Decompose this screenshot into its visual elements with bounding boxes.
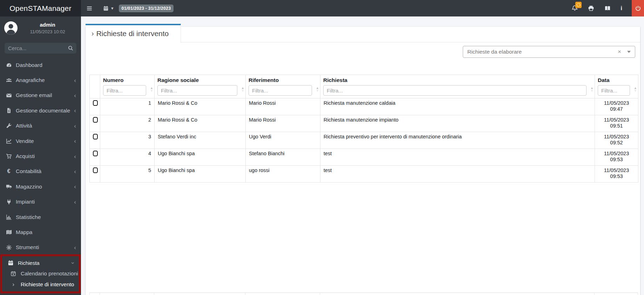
cell-data: 11/05/202309:52 <box>595 132 638 149</box>
cell-ragione-sociale: Ugo Bianchi spa <box>155 166 246 183</box>
user-datetime: 11/05/2023 10:02 <box>18 29 77 34</box>
table-row[interactable]: 5Ugo Bianchi spaugo rossitest11/05/20230… <box>90 166 638 183</box>
print-button[interactable] <box>588 5 595 12</box>
chevron-right-icon: › <box>91 29 94 37</box>
sort-arrows-icon[interactable]: ▲▼ <box>634 87 637 92</box>
user-panel: admin 11/05/2023 10:02 <box>0 16 81 35</box>
tabs-empty-area <box>181 27 640 42</box>
sidebar-item-richieste-di-intervento[interactable]: › Richieste di intervento <box>2 279 79 290</box>
cell-checkbox <box>90 149 100 166</box>
calendar-icon <box>102 5 109 12</box>
sidebar-item-label: Impianti <box>16 199 35 205</box>
sidebar-item-gestione-email[interactable]: Gestione email‹ <box>0 88 81 103</box>
chevron-down-icon: › <box>70 262 76 264</box>
filter-input-numero[interactable] <box>103 85 146 96</box>
sidebar: admin 11/05/2023 10:02 DashboardAnagrafi… <box>0 16 81 295</box>
date-range-picker[interactable]: ▾ <box>102 5 114 12</box>
sidebar-item-vendite[interactable]: Vendite‹ <box>0 133 81 149</box>
sort-arrows-icon[interactable]: ▲▼ <box>150 87 153 92</box>
logout-button[interactable] <box>632 0 644 16</box>
row-select-checkbox[interactable] <box>93 100 98 106</box>
user-info: admin 11/05/2023 10:02 <box>18 22 77 34</box>
row-select-checkbox[interactable] <box>93 167 98 173</box>
table-row[interactable]: 3Stefano Verdi incUgo VerdiRichiesta pre… <box>90 132 638 149</box>
table-row[interactable]: 1Mario Rossi & CoMario RossiRichiesta ma… <box>90 98 638 115</box>
status-filter-value: Richieste da elaborare <box>467 49 522 55</box>
filter-input-richiesta[interactable] <box>323 85 587 96</box>
column-header-ragione-sociale[interactable]: Ragione sociale ▲▼ <box>155 75 246 98</box>
requests-table-body: 1Mario Rossi & CoMario RossiRichiesta ma… <box>90 98 638 183</box>
sidebar-item-label: Anagrafiche <box>16 77 45 83</box>
sidebar-item-magazzino[interactable]: Magazzino‹ <box>0 179 81 194</box>
hamburger-icon[interactable] <box>86 5 93 12</box>
sidebar-search <box>5 43 76 54</box>
sidebar-item-label: Acquisti <box>16 153 35 159</box>
notifications-button[interactable] <box>571 5 578 12</box>
cell-ragione-sociale: Ugo Bianchi spa <box>155 149 246 166</box>
sidebar-item-mappa[interactable]: Mappa <box>0 225 81 240</box>
sidebar-item-impianti[interactable]: Impianti‹ <box>0 194 81 210</box>
chart-line-icon <box>5 138 13 144</box>
main-content: › Richieste di intervento Richieste da e… <box>81 16 644 295</box>
row-select-checkbox[interactable] <box>93 151 98 156</box>
cell-numero: 2 <box>100 115 155 132</box>
table-header-row: Numero ▲▼ Ragione sociale ▲▼ Riferimento… <box>90 75 638 98</box>
sort-arrows-icon[interactable]: ▲▼ <box>590 87 594 92</box>
tabs-bar: › Richieste di intervento <box>86 27 640 42</box>
sidebar-item-strumenti[interactable]: Strumenti‹ <box>0 240 81 255</box>
envelope-icon <box>5 92 13 98</box>
sidebar-item-label: Contabilità <box>16 168 41 174</box>
sidebar-item-anagrafiche[interactable]: Anagrafiche‹ <box>0 73 81 88</box>
cell-ragione-sociale: Mario Rossi & Co <box>155 115 246 132</box>
filter-input-data[interactable] <box>598 85 630 96</box>
cell-numero: 5 <box>100 166 155 183</box>
sidebar-item-label: Dashboard <box>16 62 42 68</box>
power-icon <box>635 5 641 12</box>
sort-arrows-icon[interactable]: ▲▼ <box>316 87 319 92</box>
filter-input-ragione-sociale[interactable] <box>157 85 237 96</box>
sidebar-item-label: Attività <box>16 123 32 129</box>
cell-data: 11/05/202309:53 <box>595 149 638 166</box>
table-row[interactable]: 4Ugo Bianchi spaStefano Bianchitest11/05… <box>90 149 638 166</box>
cell-riferimento: ugo rossi <box>246 166 320 183</box>
sidebar-item-dashboard[interactable]: Dashboard <box>0 57 81 73</box>
date-range-badge[interactable]: 01/01/2023 - 31/12/2023 <box>119 5 174 12</box>
search-input[interactable] <box>5 43 76 54</box>
sidebar-item-statistiche[interactable]: Statistiche <box>0 210 81 225</box>
calendar-icon <box>7 260 14 266</box>
plug-icon <box>5 199 13 205</box>
row-select-checkbox[interactable] <box>93 134 98 139</box>
status-filter-select[interactable]: Richieste da elaborare × <box>463 46 635 58</box>
sort-arrows-icon[interactable]: ▲▼ <box>241 87 244 92</box>
info-button[interactable]: i <box>621 5 622 12</box>
sidebar-item-gestione-documentale[interactable]: Gestione documentale‹ <box>0 103 81 118</box>
request-menu-highlight: Richiesta › Calendario prenotazioni › Ri… <box>0 254 81 293</box>
tab-richieste-di-intervento[interactable]: › Richieste di intervento <box>86 24 181 43</box>
search-icon[interactable] <box>68 45 74 51</box>
sidebar-item-calendario-prenotazioni[interactable]: Calendario prenotazioni <box>2 268 79 279</box>
cell-data: 11/05/202309:51 <box>595 115 638 132</box>
cell-ragione-sociale: Stefano Verdi inc <box>155 132 246 149</box>
sidebar-item-acquisti[interactable]: Acquisti‹ <box>0 149 81 164</box>
sidebar-item-label: Magazzino <box>16 184 42 190</box>
close-icon[interactable]: × <box>618 48 621 55</box>
filter-input-riferimento[interactable] <box>249 85 312 96</box>
column-header-data[interactable]: Data ▲▼ <box>595 75 638 98</box>
column-header-numero[interactable]: Numero ▲▼ <box>100 75 155 98</box>
sidebar-item-richiesta[interactable]: Richiesta › <box>2 258 79 268</box>
gear-icon <box>5 245 13 251</box>
cell-data: 11/05/202309:47 <box>595 98 638 115</box>
chevron-left-icon: ‹ <box>74 77 76 83</box>
row-select-checkbox[interactable] <box>93 117 98 123</box>
cart-icon <box>5 153 13 159</box>
column-header-richiesta[interactable]: Richiesta ▲▼ <box>320 75 595 98</box>
sidebar-item-label: Calendario prenotazioni <box>21 270 78 277</box>
sidebar-item-attivita[interactable]: Attività‹ <box>0 118 81 133</box>
cell-richiesta: Richiesta manutenzione impianto <box>320 115 595 132</box>
table-row[interactable]: 2Mario Rossi & CoMario RossiRichiesta ma… <box>90 115 638 132</box>
sidebar-item-contabilita[interactable]: €Contabilità‹ <box>0 164 81 179</box>
manual-button[interactable] <box>604 5 611 12</box>
brand-logo[interactable]: OpenSTAManager <box>0 0 81 16</box>
column-header-riferimento[interactable]: Riferimento ▲▼ <box>246 75 320 98</box>
cell-checkbox <box>90 166 100 183</box>
